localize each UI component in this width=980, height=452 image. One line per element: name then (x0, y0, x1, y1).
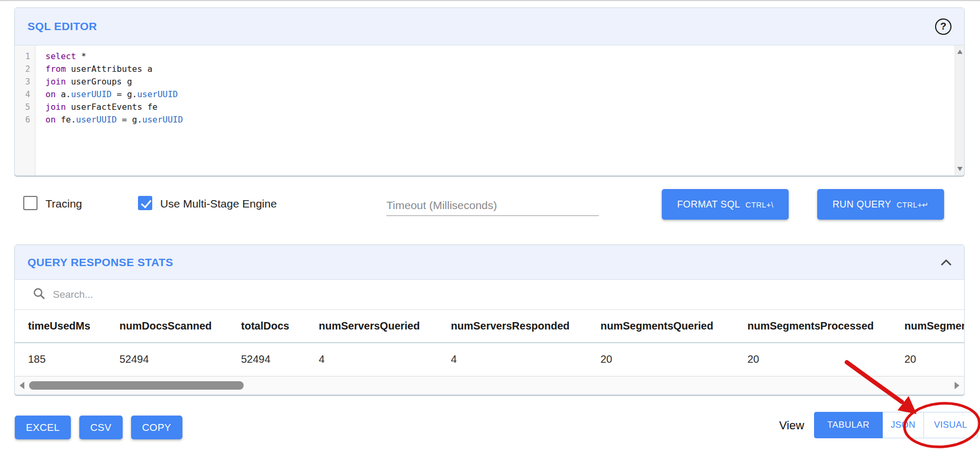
table-cell: 20 (891, 353, 964, 365)
scroll-right-icon[interactable] (955, 382, 959, 389)
line-number: 3 (15, 76, 35, 88)
table-cell: 185 (15, 353, 106, 365)
code-line: on a.userUUID = g.userUUID (45, 88, 964, 101)
sql-editor-panel: SQL EDITOR ? 123456 select *from userAtt… (14, 7, 965, 176)
column-header[interactable]: numServersQueried (306, 320, 438, 332)
stats-search-input[interactable] (53, 289, 370, 300)
column-header[interactable]: totalDocs (228, 320, 306, 332)
code-line: join userFactEvents fe (45, 101, 964, 114)
format-sql-label: FORMAT SQL (677, 199, 740, 210)
view-tabular-button[interactable]: TABULAR (814, 412, 883, 438)
view-label: View (779, 419, 804, 432)
sql-code-editor[interactable]: 123456 select *from userAttributes ajoin… (15, 45, 964, 175)
column-header[interactable]: numSegmentsQueried (587, 320, 734, 332)
code-line: join userGroups g (45, 76, 964, 88)
copy-button[interactable]: COPY (131, 416, 182, 439)
sql-editor-header: SQL EDITOR ? (15, 8, 964, 45)
run-query-label: RUN QUERY (833, 199, 891, 210)
column-header[interactable]: numDocsScanned (106, 320, 228, 332)
table-cell: 20 (587, 353, 734, 365)
query-console-page: SQL EDITOR ? 123456 select *from userAtt… (0, 0, 980, 452)
multi-stage-label: Use Multi-Stage Engine (160, 197, 277, 210)
stats-header: QUERY RESPONSE STATS (15, 245, 964, 280)
stats-title: QUERY RESPONSE STATS (27, 256, 173, 269)
run-query-shortcut: CTRL+↵ (896, 201, 929, 209)
horizontal-scrollbar-thumb[interactable] (29, 381, 244, 390)
collapse-chevron-icon[interactable] (941, 259, 951, 266)
annotation-arrow-head (898, 396, 917, 414)
line-number: 4 (15, 88, 35, 101)
multi-stage-checkbox[interactable] (138, 196, 152, 210)
stats-search-row (15, 280, 964, 310)
table-cell: 52494 (106, 353, 228, 365)
format-sql-button[interactable]: FORMAT SQLCTRL+\ (662, 189, 789, 220)
column-header[interactable]: numSegmentsMatched (891, 320, 964, 332)
sql-editor-title: SQL EDITOR (27, 20, 97, 33)
horizontal-scrollbar[interactable] (15, 376, 964, 394)
export-buttons: EXCELCSVCOPY (15, 416, 182, 439)
view-visual-button[interactable]: VISUAL (924, 412, 978, 438)
help-icon[interactable]: ? (935, 18, 951, 35)
scroll-left-icon[interactable] (20, 382, 24, 389)
format-sql-shortcut: CTRL+\ (745, 201, 773, 209)
line-number: 1 (15, 50, 35, 63)
query-response-stats-panel: QUERY RESPONSE STATS timeUsedMsnumDocsSc… (14, 244, 965, 395)
table-cell: 52494 (228, 353, 306, 365)
timeout-input[interactable] (386, 195, 599, 216)
stats-table: timeUsedMsnumDocsScannedtotalDocsnumServ… (15, 310, 964, 376)
view-json-button[interactable]: JSON (883, 412, 924, 438)
run-query-button[interactable]: RUN QUERYCTRL+↵ (817, 189, 944, 220)
table-cell: 20 (734, 353, 891, 365)
excel-button[interactable]: EXCEL (15, 416, 71, 439)
column-header[interactable]: numServersResponded (438, 320, 587, 332)
code-lines: select *from userAttributes ajoin userGr… (35, 45, 964, 175)
scroll-up-icon[interactable] (957, 50, 963, 54)
table-cell: 4 (438, 353, 587, 365)
table-row: 185524945249444202020 (15, 343, 964, 375)
stats-header-row: timeUsedMsnumDocsScannedtotalDocsnumServ… (15, 310, 964, 343)
code-line: on fe.userUUID = g.userUUID (45, 114, 964, 126)
line-number: 6 (15, 114, 35, 126)
column-header[interactable]: numSegmentsProcessed (734, 320, 891, 332)
gutter: 123456 (15, 45, 35, 175)
code-line: from userAttributes a (45, 63, 964, 76)
csv-button[interactable]: CSV (79, 416, 123, 439)
line-number: 2 (15, 63, 35, 76)
tracing-label: Tracing (45, 197, 82, 210)
stats-body: 185524945249444202020 (15, 343, 964, 375)
scroll-down-icon[interactable] (957, 167, 963, 171)
view-button-group: TABULARJSONVISUAL (814, 412, 978, 438)
tracing-checkbox[interactable] (23, 196, 38, 210)
table-cell: 4 (306, 353, 438, 365)
search-icon (33, 287, 45, 302)
editor-vertical-scrollbar[interactable] (955, 45, 964, 175)
line-number: 5 (15, 101, 35, 114)
code-line: select * (45, 50, 964, 63)
column-header[interactable]: timeUsedMs (15, 320, 106, 332)
